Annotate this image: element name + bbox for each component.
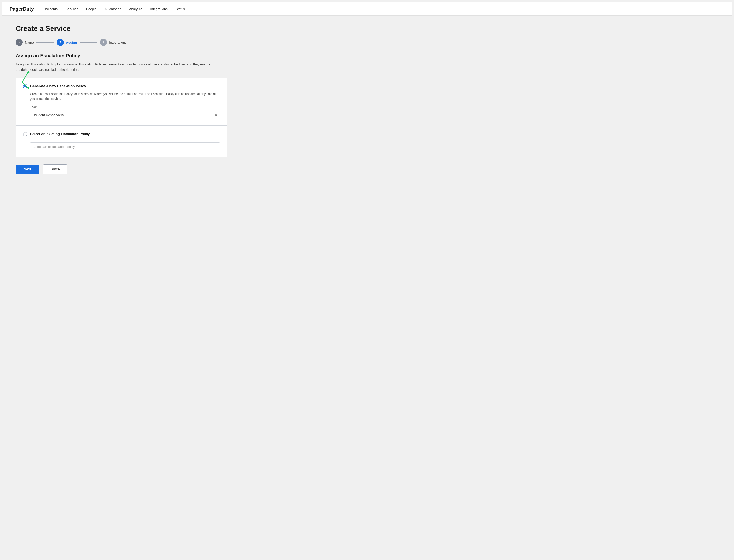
step-name: ✓ Name xyxy=(16,39,34,46)
option1-description: Create a new Escalation Policy for this … xyxy=(23,91,220,101)
option2-title: Select an existing Escalation Policy xyxy=(30,132,90,136)
option2-header: Select an existing Escalation Policy xyxy=(23,132,220,136)
team-input-wrapper: × xyxy=(23,111,220,119)
step-circle-integrations: 3 xyxy=(100,39,107,46)
nav-status[interactable]: Status xyxy=(175,7,185,11)
navbar: PagerDuty Incidents Services People Auto… xyxy=(2,2,732,16)
section-title: Assign an Escalation Policy xyxy=(16,53,718,59)
action-buttons: Next Cancel xyxy=(16,164,718,174)
nav-automation[interactable]: Automation xyxy=(104,7,121,11)
checkmark-icon: ✓ xyxy=(18,41,21,44)
select-dropdown-wrapper: Select an escalalation policy ⌄ xyxy=(23,139,220,151)
escalation-policy-select[interactable]: Select an escalalation policy xyxy=(30,142,220,151)
option-select-existing: Select an existing Escalation Policy Sel… xyxy=(16,126,227,157)
step-circle-assign: 2 xyxy=(57,39,64,46)
radio-select-existing[interactable] xyxy=(23,132,27,136)
step-number-assign: 2 xyxy=(59,41,61,44)
next-button[interactable]: Next xyxy=(16,165,39,174)
step-label-integrations: Integrations xyxy=(109,41,126,44)
step-label-name: Name xyxy=(25,41,34,44)
step-connector-1 xyxy=(36,42,54,43)
step-connector-2 xyxy=(80,42,97,43)
radio-generate-new[interactable] xyxy=(23,84,27,88)
options-container: Generate a new Escalation Policy Create … xyxy=(16,78,227,157)
step-circle-name: ✓ xyxy=(16,39,23,46)
nav-people[interactable]: People xyxy=(86,7,97,11)
team-label: Team xyxy=(23,105,220,109)
page-title: Create a Service xyxy=(16,24,718,33)
nav-services[interactable]: Services xyxy=(65,7,78,11)
nav-links: Incidents Services People Automation Ana… xyxy=(44,7,185,11)
nav-incidents[interactable]: Incidents xyxy=(44,7,58,11)
option1-title: Generate a new Escalation Policy xyxy=(30,84,86,88)
logo: PagerDuty xyxy=(9,6,34,12)
step-integrations: 3 Integrations xyxy=(100,39,126,46)
team-input[interactable] xyxy=(30,111,220,119)
step-assign: 2 Assign xyxy=(57,39,77,46)
clear-team-button[interactable]: × xyxy=(215,113,217,117)
stepper: ✓ Name 2 Assign 3 Integrations xyxy=(16,39,718,46)
step-label-assign: Assign xyxy=(66,41,77,44)
nav-analytics[interactable]: Analytics xyxy=(129,7,142,11)
nav-integrations[interactable]: Integrations xyxy=(150,7,167,11)
option-generate-new: Generate a new Escalation Policy Create … xyxy=(16,78,227,126)
main-content: Create a Service ✓ Name 2 Assign 3 xyxy=(2,16,732,560)
step-number-integrations: 3 xyxy=(103,41,104,44)
option1-header: Generate a new Escalation Policy xyxy=(23,84,220,88)
cancel-button[interactable]: Cancel xyxy=(43,164,67,174)
section-description: Assign an Escalation Policy to this serv… xyxy=(16,62,214,72)
